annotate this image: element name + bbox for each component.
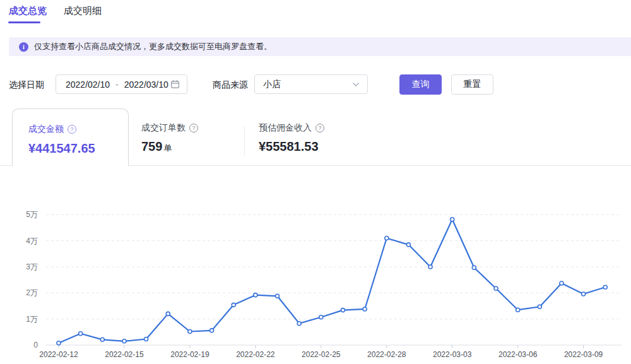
help-icon[interactable]: ? xyxy=(189,124,198,132)
stat-commission-value: ¥55581.53 xyxy=(259,139,324,154)
stat-card-orders[interactable]: 成交订单数 ? 759单 xyxy=(141,122,198,154)
stat-card-gmv[interactable]: 成交金额 ? ¥441547.65 xyxy=(12,109,129,166)
svg-text:2022-02-22: 2022-02-22 xyxy=(236,350,275,359)
svg-text:2022-02-28: 2022-02-28 xyxy=(367,350,406,359)
svg-text:0: 0 xyxy=(33,341,38,349)
svg-text:2022-03-09: 2022-03-09 xyxy=(564,350,603,359)
calendar-icon[interactable] xyxy=(170,79,180,89)
info-banner: i 仅支持查看小店商品成交情况，更多成交数据可至电商罗盘查看。 xyxy=(9,37,631,56)
date-separator: - xyxy=(115,79,119,90)
product-source-label: 商品来源 xyxy=(213,74,248,95)
svg-text:2万: 2万 xyxy=(26,288,38,297)
date-end-value: 2022/03/10 xyxy=(124,79,168,90)
tab-bar: 成交总览 成交明细 xyxy=(9,3,102,20)
tab-deal-overview[interactable]: 成交总览 xyxy=(9,3,47,20)
svg-text:3万: 3万 xyxy=(26,262,38,271)
svg-text:2022-03-06: 2022-03-06 xyxy=(498,350,538,359)
stat-gmv-label-row: 成交金额 ? xyxy=(28,124,128,135)
info-icon: i xyxy=(19,42,28,52)
active-tab-indicator xyxy=(8,21,40,23)
stat-orders-value: 759单 xyxy=(141,139,198,154)
date-range-picker[interactable]: 2022/02/10 - 2022/03/10 xyxy=(56,74,187,94)
svg-text:1万: 1万 xyxy=(26,315,38,324)
sales-trend-chart: 01万2万3万4万5万2022-02-122022-02-152022-02-1… xyxy=(0,199,631,364)
stat-commission-label-row: 预估佣金收入 ? xyxy=(259,122,324,134)
query-button[interactable]: 查询 xyxy=(399,74,442,95)
date-start-value: 2022/02/10 xyxy=(66,79,110,90)
info-banner-text: 仅支持查看小店商品成交情况，更多成交数据可至电商罗盘查看。 xyxy=(34,41,272,52)
product-source-select[interactable]: 小店 xyxy=(254,74,368,94)
reset-button[interactable]: 重置 xyxy=(451,74,493,95)
stat-commission-label: 预估佣金收入 xyxy=(259,122,312,134)
svg-text:2022-02-12: 2022-02-12 xyxy=(39,350,78,359)
stat-gmv-value: ¥441547.65 xyxy=(28,141,128,156)
svg-text:2022-02-25: 2022-02-25 xyxy=(302,350,341,359)
tab-deal-detail[interactable]: 成交明细 xyxy=(64,3,102,20)
stat-card-commission[interactable]: 预估佣金收入 ? ¥55581.53 xyxy=(259,122,324,154)
svg-text:2022-03-03: 2022-03-03 xyxy=(433,350,472,359)
product-source-value: 小店 xyxy=(263,79,281,90)
svg-text:4万: 4万 xyxy=(26,237,38,245)
stat-gmv-label: 成交金额 xyxy=(28,124,64,135)
stat-orders-label: 成交订单数 xyxy=(141,122,186,134)
svg-text:2022-02-15: 2022-02-15 xyxy=(105,350,144,359)
stat-orders-label-row: 成交订单数 ? xyxy=(141,122,198,134)
chevron-down-icon xyxy=(352,82,360,87)
stat-orders-unit: 单 xyxy=(163,143,172,153)
help-icon[interactable]: ? xyxy=(68,125,76,134)
svg-text:2022-02-19: 2022-02-19 xyxy=(170,350,209,359)
help-icon[interactable]: ? xyxy=(316,124,324,132)
stat-divider xyxy=(244,126,245,156)
svg-text:5万: 5万 xyxy=(26,210,38,219)
date-range-label: 选择日期 xyxy=(9,74,44,95)
